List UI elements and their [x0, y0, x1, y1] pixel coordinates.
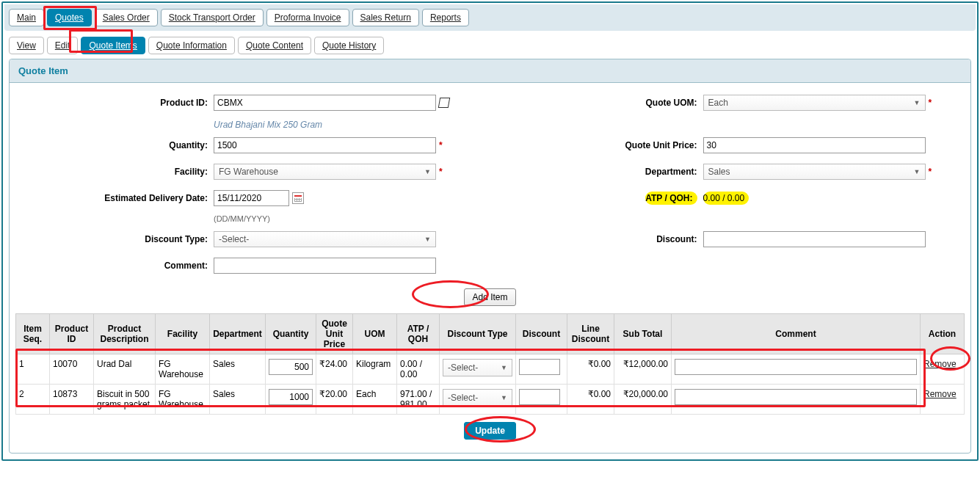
tab-stock-transport[interactable]: Stock Transport Order [161, 9, 264, 26]
col-subtotal: Sub Total [614, 314, 672, 354]
date-format-hint: (DD/MM/YYYY) [214, 214, 270, 223]
cell-facility: FG Warehouse [156, 354, 210, 385]
uom-label: Quote UOM: [505, 98, 703, 108]
subtab-view[interactable]: View [9, 37, 44, 54]
col-desc: Product Description [94, 314, 156, 354]
cell-desc: Urad Dal [94, 354, 156, 385]
quantity-input[interactable] [214, 137, 436, 153]
uom-select[interactable]: Each ▼ [703, 95, 926, 111]
cell-discount-input[interactable] [519, 389, 560, 405]
cell-pid: 10070 [50, 354, 94, 385]
cell-price: ₹24.00 [316, 354, 353, 385]
tab-quotes[interactable]: Quotes [47, 9, 92, 26]
calendar-icon[interactable] [292, 192, 304, 204]
update-button[interactable]: Update [464, 422, 516, 440]
cell-atp: 971.00 / 981.00 [397, 385, 440, 415]
tab-reports[interactable]: Reports [422, 9, 469, 26]
delivery-date-input[interactable] [214, 190, 289, 206]
discount-type-select-value: -Select- [219, 234, 249, 244]
cell-subtotal: ₹12,000.00 [614, 354, 672, 385]
department-label: Department: [505, 167, 703, 177]
required-marker: * [929, 167, 932, 177]
cell-pid: 10873 [50, 385, 94, 415]
cell-subtotal: ₹20,000.00 [614, 385, 672, 415]
add-item-button[interactable]: Add Item [464, 288, 515, 306]
panel-header: Quote Item [10, 59, 970, 83]
col-price: Quote Unit Price [316, 314, 353, 354]
chevron-down-icon: ▼ [424, 168, 431, 175]
subtab-quote-items[interactable]: Quote Items [81, 37, 145, 54]
cell-dtype-select[interactable]: -Select-▼ [443, 389, 512, 407]
department-select[interactable]: Sales ▼ [703, 164, 926, 180]
discount-label: Discount: [505, 234, 703, 244]
department-select-value: Sales [708, 167, 730, 177]
comment-label: Comment: [15, 261, 214, 271]
required-marker: * [439, 140, 443, 150]
col-atp: ATP / QOH [397, 314, 440, 354]
subtab-edit[interactable]: Edit [47, 37, 79, 54]
cell-qty-input[interactable] [269, 389, 313, 405]
col-facility: Facility [156, 314, 210, 354]
col-seq: Item Seq. [16, 314, 50, 354]
cell-seq: 2 [16, 385, 50, 415]
cell-facility: FG Warehouse [156, 385, 210, 415]
remove-link[interactable]: Remove [923, 389, 957, 399]
tab-sales-return[interactable]: Sales Return [352, 9, 419, 26]
top-tabs: Main Quotes Sales Order Stock Transport … [9, 9, 971, 26]
col-discount: Discount [516, 314, 567, 354]
chevron-down-icon: ▼ [501, 364, 507, 371]
required-marker: * [439, 167, 443, 177]
cell-seq: 1 [16, 354, 50, 385]
quote-items-table: Item Seq. Product ID Product Description… [15, 313, 965, 415]
delivery-date-label: Estimated Delivery Date: [15, 193, 214, 203]
cell-dtype-select[interactable]: -Select-▼ [443, 359, 512, 376]
cell-ldisc: ₹0.00 [567, 354, 614, 385]
subtab-quote-history[interactable]: Quote History [314, 37, 384, 54]
facility-select[interactable]: FG Warehouse ▼ [214, 164, 436, 180]
col-pid: Product ID [50, 314, 94, 354]
col-dept: Department [210, 314, 266, 354]
cell-atp: 0.00 / 0.00 [397, 354, 440, 385]
col-dtype: Discount Type [440, 314, 516, 354]
discount-input[interactable] [703, 231, 926, 247]
cell-dept: Sales [210, 385, 266, 415]
cell-ldisc: ₹0.00 [567, 385, 614, 415]
col-ldisc: Line Discount [567, 314, 614, 354]
barcode-icon[interactable] [438, 98, 450, 108]
cell-price: ₹20.00 [316, 385, 353, 415]
discount-type-label: Discount Type: [15, 234, 214, 244]
tab-proforma-invoice[interactable]: Proforma Invoice [266, 9, 349, 26]
cell-uom: Kilogram [353, 354, 397, 385]
col-uom: UOM [353, 314, 397, 354]
cell-comment-input[interactable] [675, 359, 917, 375]
tab-main[interactable]: Main [9, 9, 44, 26]
cell-dept: Sales [210, 354, 266, 385]
remove-link[interactable]: Remove [923, 359, 957, 369]
sub-tabs: View Edit Quote Items Quote Information … [4, 31, 976, 54]
cell-discount-input[interactable] [519, 359, 560, 375]
chevron-down-icon: ▼ [914, 99, 921, 106]
subtab-quote-information[interactable]: Quote Information [148, 37, 235, 54]
quantity-label: Quantity: [15, 140, 214, 150]
cell-comment-input[interactable] [675, 389, 917, 405]
unit-price-input[interactable] [703, 137, 926, 153]
chevron-down-icon: ▼ [501, 394, 507, 401]
facility-label: Facility: [15, 167, 214, 177]
col-action: Action [921, 314, 965, 354]
product-id-label: Product ID: [15, 98, 214, 108]
required-marker: * [929, 98, 932, 108]
unit-price-label: Quote Unit Price: [505, 140, 703, 150]
cell-qty-input[interactable] [269, 359, 313, 375]
chevron-down-icon: ▼ [914, 168, 921, 175]
product-desc: Urad Bhajani Mix 250 Gram [214, 120, 436, 130]
table-row: 2 10873 Biscuit in 500 grams packet FG W… [16, 385, 965, 415]
col-comment: Comment [672, 314, 921, 354]
col-qty: Quantity [266, 314, 316, 354]
atp-value: 0.00 / 0.00 [703, 192, 749, 205]
product-id-input[interactable] [214, 95, 436, 111]
table-row: 1 10070 Urad Dal FG Warehouse Sales ₹24.… [16, 354, 965, 385]
tab-sales-order[interactable]: Sales Order [95, 9, 158, 26]
discount-type-select[interactable]: -Select- ▼ [214, 231, 436, 247]
subtab-quote-content[interactable]: Quote Content [238, 37, 311, 54]
comment-input[interactable] [214, 258, 436, 274]
